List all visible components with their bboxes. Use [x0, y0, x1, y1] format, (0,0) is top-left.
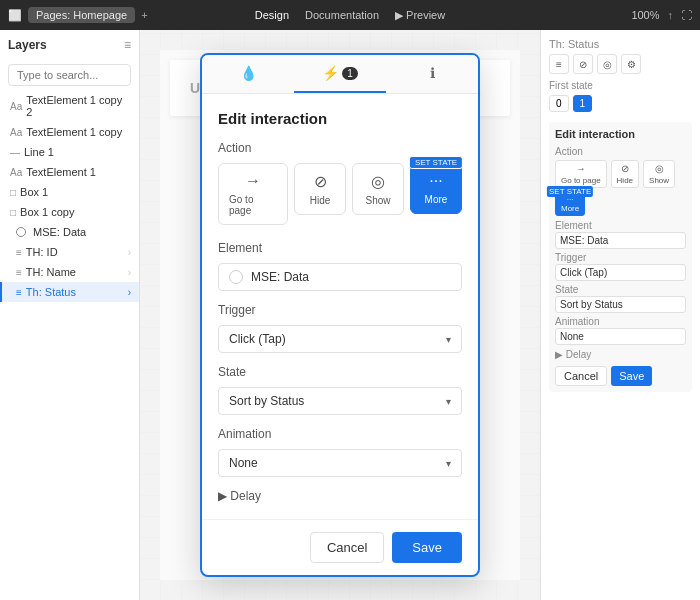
chevron-down-icon: ▾	[446, 334, 451, 345]
right-sidebar: Th: Status ≡ ⊘ ◎ ⚙ First state 0 1 Edit …	[540, 30, 700, 600]
animation-section: Animation None ▾	[218, 427, 462, 477]
info-icon: ℹ	[430, 65, 435, 81]
right-action-show[interactable]: ◎Show	[643, 160, 675, 188]
right-icon-btn-4[interactable]: ⚙	[621, 54, 641, 74]
nav-design[interactable]: Design	[255, 9, 289, 21]
layers-title: Layers	[8, 38, 47, 52]
mse-icon	[16, 227, 26, 237]
modal-body: Edit interaction Action → Go to page ⊘	[202, 94, 478, 519]
right-action-row: →Go to page ⊘Hide ◎Show SET STATE ···Mor…	[555, 160, 686, 216]
trigger-label: Trigger	[218, 303, 462, 317]
state-select[interactable]: Sort by Status ▾	[218, 387, 462, 415]
animation-value: None	[229, 456, 446, 470]
sidebar-item-label: Th: Status	[26, 286, 76, 298]
top-bar-center: Design Documentation ▶ Preview	[239, 9, 462, 22]
sidebar-item-textelement1copy2[interactable]: Aa TextElement 1 copy 2	[0, 90, 139, 122]
action-more[interactable]: SET STATE ··· More	[410, 163, 462, 214]
right-icon-btn-2[interactable]: ⊘	[573, 54, 593, 74]
element-input[interactable]: MSE: Data	[218, 263, 462, 291]
delay-row[interactable]: ▶ Delay	[218, 489, 462, 503]
state-btn-1[interactable]: 1	[573, 95, 593, 112]
right-icon-btn-1[interactable]: ≡	[549, 54, 569, 74]
tab-badge: 1	[342, 67, 358, 80]
save-button[interactable]: Save	[392, 532, 462, 563]
sidebar-header: Layers ≡	[0, 30, 139, 60]
line-icon: —	[10, 147, 20, 158]
show-icon: ◎	[371, 172, 385, 191]
th-icon: ≡	[16, 267, 22, 278]
right-action-label: Action	[555, 146, 686, 157]
maximize-icon[interactable]: ⛶	[681, 9, 692, 21]
share-icon[interactable]: ↑	[668, 9, 674, 21]
action-go-to-page[interactable]: → Go to page	[218, 163, 288, 225]
action-label: Action	[218, 141, 462, 155]
right-action-go-to-page[interactable]: →Go to page	[555, 160, 607, 188]
state-btn-0[interactable]: 0	[549, 95, 569, 112]
sidebar-item-textelement1copy[interactable]: Aa TextElement 1 copy	[0, 122, 139, 142]
th-icon: ≡	[16, 287, 22, 298]
right-state-display: Sort by Status	[555, 296, 686, 313]
sidebar-toggle-icon[interactable]: ≡	[124, 38, 131, 52]
right-icon-btn-3[interactable]: ◎	[597, 54, 617, 74]
right-state-label: State	[555, 284, 686, 295]
right-action-hide[interactable]: ⊘Hide	[611, 160, 639, 188]
pages-icon: ⬜	[8, 9, 22, 22]
top-bar-right: 100% ↑ ⛶	[469, 9, 692, 21]
action-label-text: Hide	[310, 195, 331, 206]
modal-overlay: 💧 ⚡ 1 ℹ Edit interaction Action	[140, 30, 540, 600]
tab-lightning[interactable]: ⚡ 1	[294, 55, 386, 93]
sidebar-item-label: TextElement 1 copy 2	[26, 94, 131, 118]
sidebar-item-msedata[interactable]: MSE: Data	[0, 222, 139, 242]
more-icon: ···	[429, 172, 442, 190]
tab-water[interactable]: 💧	[202, 55, 294, 93]
sidebar-item-line1[interactable]: — Line 1	[0, 142, 139, 162]
page-tab[interactable]: Pages: Homepage	[28, 7, 135, 23]
sidebar-search-input[interactable]	[8, 64, 131, 86]
box-icon: □	[10, 187, 16, 198]
state-section: State Sort by Status ▾	[218, 365, 462, 415]
action-show[interactable]: ◎ Show	[352, 163, 404, 215]
sidebar-item-label: MSE: Data	[33, 226, 86, 238]
trigger-select[interactable]: Click (Tap) ▾	[218, 325, 462, 353]
right-element-section: Th: Status ≡ ⊘ ◎ ⚙ First state 0 1	[549, 38, 692, 112]
right-animation-label: Animation	[555, 316, 686, 327]
nav-documentation[interactable]: Documentation	[305, 9, 379, 21]
sidebar-item-textelement1[interactable]: Aa TextElement 1	[0, 162, 139, 182]
action-label-text: Show	[365, 195, 390, 206]
sidebar-item-box1copy[interactable]: □ Box 1 copy	[0, 202, 139, 222]
first-state-label: First state	[549, 80, 692, 91]
tab-add-btn[interactable]: +	[141, 9, 147, 21]
action-section: Action → Go to page ⊘ Hide ◎	[218, 141, 462, 225]
sidebar-item-label: TextElement 1	[26, 166, 96, 178]
right-cancel-button[interactable]: Cancel	[555, 366, 607, 386]
right-action-more[interactable]: SET STATE ···More	[555, 192, 585, 216]
element-value: MSE: Data	[251, 270, 309, 284]
sidebar-item-label: TH: ID	[26, 246, 58, 258]
nav-preview[interactable]: ▶ Preview	[395, 9, 445, 22]
tab-info[interactable]: ℹ	[386, 55, 478, 93]
arrow-icon: →	[245, 172, 261, 190]
sidebar-item-box1[interactable]: □ Box 1	[0, 182, 139, 202]
sidebar-item-th-name[interactable]: ≡ TH: Name ›	[0, 262, 139, 282]
right-animation-field: Animation None	[555, 316, 686, 345]
trigger-value: Click (Tap)	[229, 332, 446, 346]
element-label: Element	[218, 241, 462, 255]
water-icon: 💧	[240, 65, 257, 81]
right-element-label: Th: Status	[549, 38, 692, 50]
right-interaction-section: Edit interaction Action →Go to page ⊘Hid…	[549, 122, 692, 392]
sidebar-item-th-status[interactable]: ≡ Th: Status ›	[0, 282, 139, 302]
animation-select[interactable]: None ▾	[218, 449, 462, 477]
text-icon: Aa	[10, 101, 22, 112]
right-element-display: MSE: Data	[555, 232, 686, 249]
cancel-button[interactable]: Cancel	[310, 532, 384, 563]
right-element-field-label: Element	[555, 220, 686, 231]
sidebar-item-th-id[interactable]: ≡ TH: ID ›	[0, 242, 139, 262]
action-hide[interactable]: ⊘ Hide	[294, 163, 346, 215]
right-delay-label: Delay	[566, 349, 592, 360]
edit-interaction-modal: 💧 ⚡ 1 ℹ Edit interaction Action	[200, 53, 480, 577]
right-element-field: Element MSE: Data	[555, 220, 686, 249]
right-save-button[interactable]: Save	[611, 366, 652, 386]
right-delay-row[interactable]: ▶ Delay	[555, 349, 686, 360]
right-trigger-display: Click (Tap)	[555, 264, 686, 281]
element-section: Element MSE: Data	[218, 241, 462, 291]
